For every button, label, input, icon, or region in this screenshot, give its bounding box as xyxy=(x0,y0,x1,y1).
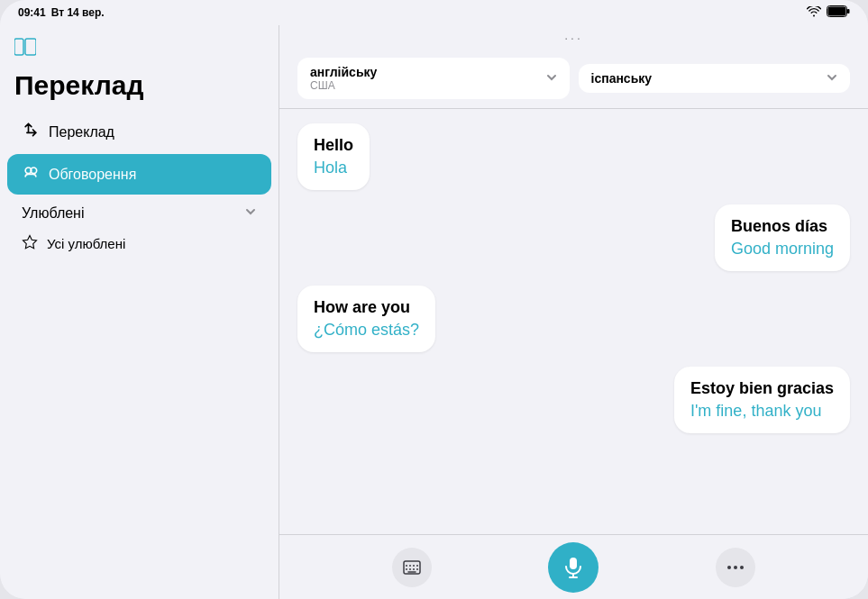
bubble-hello-original: Hello xyxy=(314,136,353,155)
svg-rect-18 xyxy=(570,558,577,569)
sidebar-translate-label: Переклад xyxy=(49,124,114,141)
bubble-hello[interactable]: Hello Hola xyxy=(297,123,370,190)
time: 09:41 xyxy=(18,6,46,19)
date: Вт 14 вер. xyxy=(51,6,105,19)
from-lang-selector[interactable]: англійську США xyxy=(297,58,570,99)
favorites-label: Улюблені xyxy=(22,205,85,222)
from-lang-chevron xyxy=(546,72,557,86)
status-left: 09:41 Вт 14 вер. xyxy=(18,6,105,19)
main-header-dots: ··· xyxy=(279,25,868,49)
favorites-chevron xyxy=(244,205,257,222)
device-frame: 09:41 Вт 14 вер. xyxy=(0,0,868,599)
microphone-button[interactable] xyxy=(548,542,598,593)
svg-point-23 xyxy=(740,566,744,569)
bubble-estoy-bien[interactable]: Estoy bien gracias I'm fine, thank you xyxy=(674,367,850,433)
from-lang-text: англійську США xyxy=(310,65,377,92)
from-lang-region: США xyxy=(310,79,377,92)
bubble-estoy-original: Estoy bien gracias xyxy=(690,379,834,398)
keyboard-button[interactable] xyxy=(392,548,432,587)
svg-point-22 xyxy=(734,566,737,569)
sidebar-item-conversation[interactable]: Обговорення xyxy=(7,154,271,195)
sidebar-conversation-label: Обговорення xyxy=(49,167,136,183)
conversation-icon xyxy=(22,163,40,186)
svg-rect-1 xyxy=(828,7,846,16)
svg-rect-3 xyxy=(14,39,23,55)
bubble-buenos-translated: Good morning xyxy=(731,240,834,259)
conversation-area: Hello Hola Buenos días Good morning How … xyxy=(279,109,868,534)
svg-rect-2 xyxy=(847,9,850,14)
bubble-estoy-translated: I'm fine, thank you xyxy=(690,402,834,421)
status-bar: 09:41 Вт 14 вер. xyxy=(0,0,868,25)
star-icon xyxy=(22,234,38,253)
bubble-buenos-original: Buenos días xyxy=(731,217,834,236)
lang-bar: англійську США іспанську xyxy=(279,49,868,109)
sidebar-title: Переклад xyxy=(0,67,279,112)
more-options-button[interactable] xyxy=(716,548,755,587)
sidebar-item-translate[interactable]: Переклад xyxy=(7,112,271,152)
bottom-toolbar xyxy=(279,534,868,599)
bubble-buenos-dias[interactable]: Buenos días Good morning xyxy=(715,204,850,271)
status-right xyxy=(807,5,850,20)
bubble-how-original: How are you xyxy=(314,298,419,317)
to-lang-chevron xyxy=(827,72,837,86)
battery-icon xyxy=(827,5,850,20)
translate-icon xyxy=(22,121,40,143)
to-lang-text: іспанську xyxy=(591,71,653,86)
sidebar-toggle-icon[interactable] xyxy=(0,34,279,67)
wifi-icon xyxy=(807,6,821,19)
favorites-header[interactable]: Улюблені xyxy=(7,196,271,227)
from-lang-name: англійську xyxy=(310,65,377,79)
svg-rect-4 xyxy=(25,39,36,55)
to-lang-name: іспанську xyxy=(591,71,653,86)
main-content: Переклад Переклад xyxy=(0,25,868,599)
svg-point-21 xyxy=(727,566,731,569)
to-lang-selector[interactable]: іспанську xyxy=(579,64,851,93)
bubble-how-are-you[interactable]: How are you ¿Cómo estás? xyxy=(297,286,435,352)
sidebar-item-all-favorites[interactable]: Усі улюблені xyxy=(7,227,271,260)
bubble-hello-translated: Hola xyxy=(314,159,353,177)
main-area: ··· англійську США іспанс xyxy=(279,25,868,599)
all-favorites-label: Усі улюблені xyxy=(47,236,125,251)
sidebar: Переклад Переклад xyxy=(0,25,279,599)
bubble-how-translated: ¿Cómo estás? xyxy=(314,321,419,340)
svg-marker-7 xyxy=(23,236,37,249)
